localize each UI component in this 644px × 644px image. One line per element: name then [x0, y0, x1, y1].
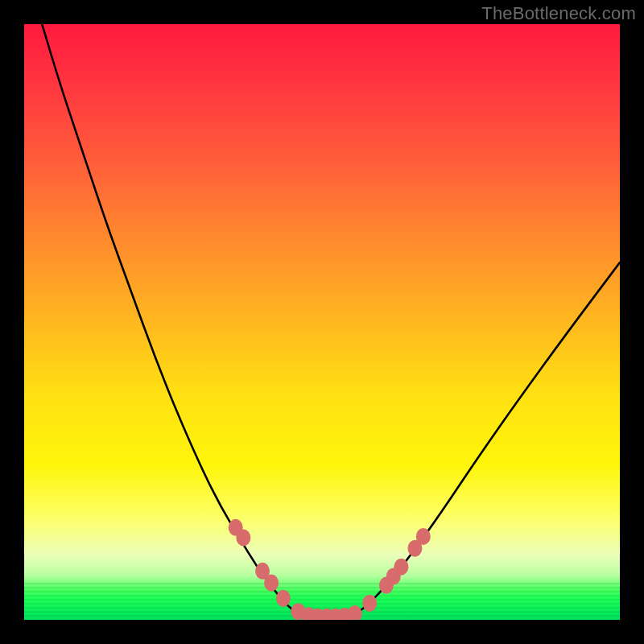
curve-marker [276, 590, 291, 607]
chart-frame: TheBottleneck.com [0, 0, 644, 644]
marker-group [229, 519, 431, 620]
plot-area [24, 24, 620, 620]
curve-marker [362, 595, 377, 612]
watermark-text: TheBottleneck.com [481, 3, 636, 24]
curve-marker [264, 575, 279, 592]
bottleneck-curve [42, 24, 620, 618]
curve-marker [394, 559, 408, 576]
curve-marker [236, 529, 250, 546]
bottleneck-curve-svg [24, 24, 620, 620]
curve-marker [416, 528, 431, 545]
curve-marker [348, 605, 362, 620]
